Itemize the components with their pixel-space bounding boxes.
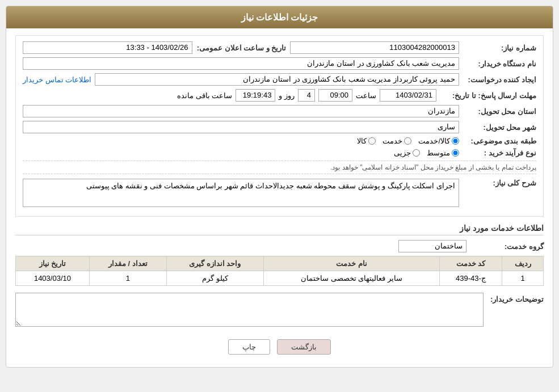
info-section: شماره نیاز: 1103004282000013 تاریخ و ساع… xyxy=(15,35,544,217)
requester-org-label: نام دستگاه خریدار: xyxy=(463,60,536,68)
cell-row_num: 1 xyxy=(502,271,544,286)
button-bar: بازگشت چاپ xyxy=(15,334,544,360)
back-button[interactable]: بازگشت xyxy=(277,339,331,355)
province-label: استان محل تحویل: xyxy=(463,107,536,116)
process-note: پرداخت تمام یا بخشی از مبلغ خریداز محل "… xyxy=(23,161,536,174)
services-table-header-row: ردیف کد خدمت نام خدمت واحد اندازه گیری ت… xyxy=(16,256,544,271)
deadline-remaining-label: ساعت باقی مانده xyxy=(177,91,232,100)
process-jozei-label: جزیی xyxy=(394,149,411,157)
cell-service_name: سایر فعالیتهای تخصصی ساختمان xyxy=(263,271,439,286)
need-description-value: اجرای اسکلت پارکینگ و پوشش سقف محوطه شعب… xyxy=(23,179,459,207)
page-wrapper: جزئیات اطلاعات نیاز شماره نیاز: 11030042… xyxy=(0,0,559,392)
category-khadamat-label: خدمت xyxy=(383,137,402,145)
need-number-label: شماره نیاز: xyxy=(463,44,536,52)
need-description-label: شرح کلی نیاز: xyxy=(463,179,536,187)
category-kala-khadamat-label: کالا/خدمت xyxy=(418,137,450,145)
city-value: ساری xyxy=(23,121,459,133)
col-service-code: کد خدمت xyxy=(439,256,502,271)
services-table-body: 1ج-43-439سایر فعالیتهای تخصصی ساختمانکیل… xyxy=(16,271,544,286)
col-service-name: نام خدمت xyxy=(263,256,439,271)
process-jozei-radio[interactable] xyxy=(413,149,420,157)
cell-quantity: 1 xyxy=(89,271,166,286)
cell-service_code: ج-43-439 xyxy=(439,271,502,286)
deadline-days: 4 xyxy=(298,89,315,102)
col-unit: واحد اندازه گیری xyxy=(166,256,263,271)
creator-label: ایجاد کننده درخواست: xyxy=(463,75,536,84)
category-label: طبقه بندی موضوعی: xyxy=(463,137,536,145)
deadline-row: مهلت ارسال پاسخ: تا تاریخ: 1403/02/31 سا… xyxy=(23,89,536,102)
card-header: جزئیات اطلاعات نیاز xyxy=(6,6,553,28)
process-row: نوع فرآیند خرید : متوسط جزیی xyxy=(23,149,536,157)
services-table: ردیف کد خدمت نام خدمت واحد اندازه گیری ت… xyxy=(15,256,544,286)
category-kala-khadamat-radio[interactable] xyxy=(452,137,459,145)
process-jozei-item: جزیی xyxy=(394,149,420,157)
category-khadamat-item: خدمت xyxy=(383,137,411,145)
col-date: تاریخ نیاز xyxy=(16,256,90,271)
category-kala-khadamat-item: کالا/خدمت xyxy=(418,137,459,145)
creator-row: ایجاد کننده درخواست: حمید پروئی کاربرداز… xyxy=(23,73,536,86)
category-kala-radio[interactable] xyxy=(368,137,376,145)
need-number-value: 1103004282000013 xyxy=(290,41,460,54)
buyer-desc-textarea[interactable] xyxy=(15,293,484,327)
process-motavasset-label: متوسط xyxy=(427,149,450,157)
buyer-desc-row: توضیحات خریدار: xyxy=(15,293,544,327)
need-description-row: شرح کلی نیاز: اجرای اسکلت پارکینگ و پوشش… xyxy=(23,179,536,207)
buyer-desc-label: توضیحات خریدار: xyxy=(487,293,544,304)
creator-link[interactable]: اطلاعات تماس خریدار xyxy=(23,75,91,84)
deadline-date: 1403/02/31 xyxy=(380,89,436,102)
city-row: شهر محل تحویل: ساری xyxy=(23,121,536,133)
deadline-days-label: روز و xyxy=(279,91,295,100)
deadline-remaining: 19:19:43 xyxy=(236,89,275,102)
process-motavasset-radio[interactable] xyxy=(452,149,459,157)
main-card: جزئیات اطلاعات نیاز شماره نیاز: 11030042… xyxy=(6,6,553,368)
print-button[interactable]: چاپ xyxy=(228,339,270,355)
service-group-label: گروه خدمت: xyxy=(470,242,544,251)
deadline-time-label: ساعت xyxy=(356,91,376,100)
col-row-num: ردیف xyxy=(502,256,544,271)
service-group-value: ساختمان xyxy=(398,240,466,252)
province-row: استان محل تحویل: مازندران xyxy=(23,105,536,117)
announce-date-value: 1403/02/26 - 13:33 xyxy=(23,41,192,54)
category-kala-label: کالا xyxy=(357,137,367,145)
province-value: مازندران xyxy=(23,105,459,117)
services-title: اطلاعات خدمات مورد نیاز xyxy=(15,224,544,235)
page-title: جزئیات اطلاعات نیاز xyxy=(241,12,318,22)
category-radio-group: کالا/خدمت خدمت کالا xyxy=(23,137,459,145)
category-khadamat-radio[interactable] xyxy=(404,137,411,145)
col-quantity: تعداد / مقدار xyxy=(89,256,166,271)
city-label: شهر محل تحویل: xyxy=(463,123,536,132)
process-motavasset-item: متوسط xyxy=(427,149,459,157)
process-label: نوع فرآیند خرید : xyxy=(463,149,536,157)
buyer-desc-section: توضیحات خریدار: xyxy=(15,293,544,327)
card-body: شماره نیاز: 1103004282000013 تاریخ و ساع… xyxy=(6,28,553,367)
deadline-time: 09:00 xyxy=(318,89,352,102)
services-table-head: ردیف کد خدمت نام خدمت واحد اندازه گیری ت… xyxy=(16,256,544,271)
deadline-label: مهلت ارسال پاسخ: تا تاریخ: xyxy=(440,91,536,100)
cell-date: 1403/03/10 xyxy=(16,271,90,286)
requester-org-value: مدیریت شعب بانک کشاورزی در استان مازندرا… xyxy=(23,57,459,70)
category-row: طبقه بندی موضوعی: کالا/خدمت خدمت کالا xyxy=(23,137,536,145)
category-kala-item: کالا xyxy=(357,137,376,145)
process-radio-group: متوسط جزیی xyxy=(23,149,459,157)
services-section: اطلاعات خدمات مورد نیاز گروه خدمت: ساختم… xyxy=(15,224,544,286)
announce-date-label: تاریخ و ساعت اعلان عمومی: xyxy=(196,44,287,52)
table-row: 1ج-43-439سایر فعالیتهای تخصصی ساختمانکیل… xyxy=(16,271,544,286)
requester-org-row: نام دستگاه خریدار: مدیریت شعب بانک کشاور… xyxy=(23,57,536,70)
service-group-row: گروه خدمت: ساختمان xyxy=(15,240,544,252)
cell-unit: کیلو گرم xyxy=(166,271,263,286)
creator-value: حمید پروئی کاربرداز مدیریت شعب بانک کشاو… xyxy=(95,73,459,86)
need-number-row: شماره نیاز: 1103004282000013 تاریخ و ساع… xyxy=(23,41,536,54)
